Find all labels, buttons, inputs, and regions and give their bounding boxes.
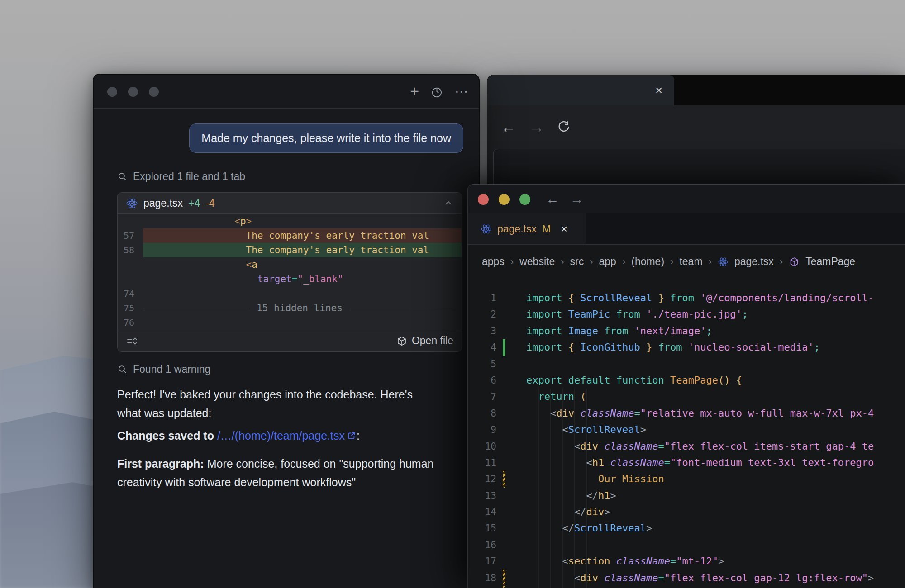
tab-file-name: page.tsx <box>497 223 537 235</box>
breadcrumb-item[interactable]: (home) <box>631 256 664 268</box>
back-arrow-icon[interactable]: ← <box>546 192 559 206</box>
package-icon <box>396 336 407 346</box>
code-line[interactable]: 16 <box>468 537 905 553</box>
symbol-cube-icon <box>789 256 800 267</box>
code-line[interactable]: 8 <div className="relative mx-auto w-ful… <box>468 405 905 422</box>
assistant-thread: Made my changes, please write it into th… <box>94 123 479 492</box>
editor-tab-pagetsx[interactable]: page.tsx M × <box>468 213 586 244</box>
code-line[interactable]: 19 {/* Main content start */} <box>468 586 905 588</box>
react-icon <box>718 256 729 267</box>
diff-card: page.tsx +4 -4 <p>57 The company's early… <box>117 192 462 352</box>
diff-line: 57 The company's early traction val <box>118 228 462 243</box>
diff-line: <a <box>118 257 462 272</box>
window-control-dot[interactable] <box>107 87 117 97</box>
breadcrumb: apps › website › src › app › (home) › te… <box>468 245 905 279</box>
line-number: 18 <box>468 570 503 586</box>
breadcrumb-item[interactable]: app <box>599 256 616 268</box>
expand-lines-icon[interactable] <box>126 335 138 347</box>
diff-card-footer: Open file <box>118 330 462 351</box>
editor-code-lines: 1import { ScrollReveal } from '@/compone… <box>468 279 905 588</box>
more-options-icon[interactable]: ⋯ <box>455 85 469 98</box>
line-number: 2 <box>468 306 503 322</box>
window-control-dot[interactable] <box>149 87 159 97</box>
back-arrow-icon[interactable]: ← <box>501 119 516 135</box>
breadcrumb-item[interactable]: src <box>570 256 584 268</box>
changes-colon: : <box>357 429 360 442</box>
explored-status: Explored 1 file and 1 tab <box>117 171 463 183</box>
close-icon[interactable]: × <box>561 223 567 235</box>
new-thread-icon[interactable]: + <box>410 83 419 99</box>
close-window-button[interactable] <box>478 194 489 205</box>
browser-tab[interactable]: × <box>487 75 674 105</box>
diff-line-number: 75 <box>118 301 143 315</box>
code-line[interactable]: 13 </h1> <box>468 488 905 504</box>
chevron-up-icon[interactable] <box>443 198 453 208</box>
indent-guide <box>562 389 563 588</box>
browser-toolbar: ← → <box>487 105 905 149</box>
changes-saved-label: Changes saved to <box>117 429 217 442</box>
breadcrumb-file[interactable]: page.tsx <box>734 256 774 268</box>
history-icon[interactable] <box>431 85 443 98</box>
code-line[interactable]: 1import { ScrollReveal } from '@/compone… <box>468 290 905 306</box>
close-icon[interactable]: × <box>655 84 662 96</box>
code-line[interactable]: 6export default function TeamPage() { <box>468 372 905 389</box>
file-link[interactable]: /…/(home)/team/page.tsx <box>217 429 345 442</box>
window-control-dot[interactable] <box>128 87 138 97</box>
forward-arrow-icon[interactable]: → <box>529 119 544 135</box>
breadcrumb-separator: › <box>780 256 783 268</box>
code-line[interactable]: 11 <h1 className="font-medium text-3xl t… <box>468 455 905 471</box>
breadcrumb-item[interactable]: apps <box>482 256 505 268</box>
warning-status: Found 1 warning <box>117 363 463 375</box>
code-line[interactable]: 5 <box>468 356 905 372</box>
code-line[interactable]: 12 Our Mission <box>468 471 905 487</box>
editor-code-area[interactable]: 1import { ScrollReveal } from '@/compone… <box>468 279 905 588</box>
code-line[interactable]: 14 </div> <box>468 504 905 520</box>
editor-titlebar: ← → <box>468 185 905 213</box>
breadcrumb-separator: › <box>590 256 593 268</box>
breadcrumb-symbol[interactable]: TeamPage <box>805 256 855 268</box>
breadcrumb-item[interactable]: team <box>679 256 702 268</box>
first-paragraph-text: More concise, focused on "supporting <box>204 457 396 470</box>
diff-line: 74 <box>118 286 462 301</box>
indent-guide <box>586 389 587 588</box>
breadcrumb-separator: › <box>670 256 673 268</box>
line-number: 7 <box>468 389 503 405</box>
forward-arrow-icon[interactable]: → <box>570 192 584 206</box>
summary-line: what was updated: <box>117 404 463 422</box>
code-line[interactable]: 17 <section className="mt-12"> <box>468 553 905 569</box>
desktop: × ← → + <box>0 0 905 588</box>
react-icon <box>126 197 138 209</box>
code-line[interactable]: 7 return ( <box>468 389 905 405</box>
diff-line-number <box>118 272 143 286</box>
open-file-label: Open file <box>412 335 453 347</box>
code-line[interactable]: 4import { IconGithub } from 'nucleo-soci… <box>468 339 905 356</box>
diff-line-number <box>118 257 143 272</box>
code-line[interactable]: 18 <div className="flex flex-col gap-12 … <box>468 570 905 586</box>
code-line[interactable]: 10 <div className="flex flex-col items-s… <box>468 438 905 455</box>
diff-card-header[interactable]: page.tsx +4 -4 <box>118 193 462 214</box>
open-file-button[interactable]: Open file <box>396 335 453 347</box>
line-number: 12 <box>468 471 503 487</box>
code-line[interactable]: 2import TeamPic from './team-pic.jpg'; <box>468 306 905 322</box>
breadcrumb-separator: › <box>709 256 712 268</box>
diff-lines: <p>57 The company's early traction val58… <box>118 214 462 330</box>
diff-line: 7515 hidden lines <box>118 301 462 315</box>
reload-icon[interactable] <box>557 120 571 134</box>
breadcrumb-item[interactable]: website <box>519 256 555 268</box>
user-message-bubble: Made my changes, please write it into th… <box>189 123 463 153</box>
code-line[interactable]: 3import Image from 'next/image'; <box>468 323 905 339</box>
diff-line: <p> <box>118 214 462 228</box>
code-line[interactable]: 15 </ScrollReveal> <box>468 520 905 536</box>
minimize-window-button[interactable] <box>499 194 510 205</box>
line-number: 9 <box>468 422 503 438</box>
external-link-icon[interactable] <box>347 431 357 441</box>
line-number: 10 <box>468 438 503 455</box>
search-icon <box>117 171 128 182</box>
line-number: 11 <box>468 455 503 471</box>
line-number: 6 <box>468 372 503 389</box>
code-line[interactable]: 9 <ScrollReveal> <box>468 422 905 438</box>
hidden-lines-label[interactable]: 15 hidden lines <box>257 301 343 315</box>
line-number: 4 <box>468 339 503 356</box>
line-number: 1 <box>468 290 503 306</box>
zoom-window-button[interactable] <box>519 194 530 205</box>
